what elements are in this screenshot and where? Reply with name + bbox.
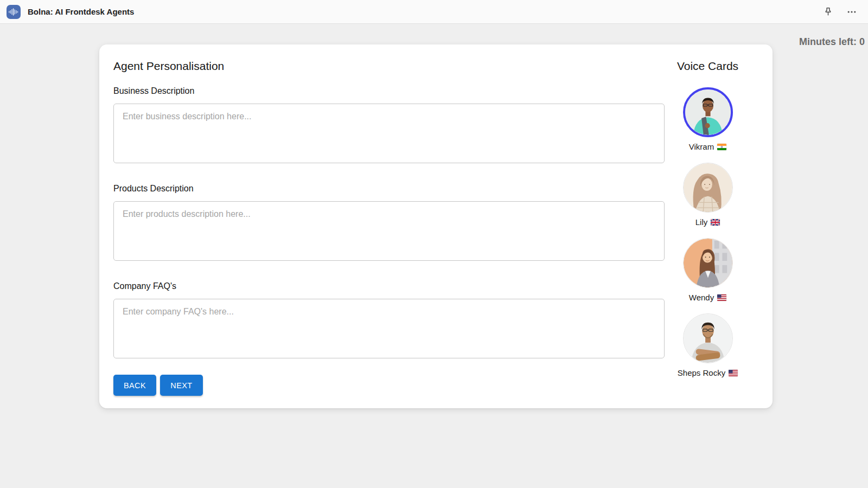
form-column: Agent Personalisation Business Descripti… — [113, 57, 665, 395]
pin-icon[interactable] — [821, 4, 835, 19]
avatar-vikram — [683, 87, 733, 137]
waveform-logo-icon — [7, 5, 21, 19]
us-flag-icon — [729, 370, 738, 376]
voice-card-wendy[interactable]: Wendy — [683, 238, 733, 303]
voice-name-lily: Lily — [695, 217, 720, 227]
company-faqs-label: Company FAQ's — [113, 280, 665, 292]
form-actions: BACK NEXT — [113, 375, 665, 396]
us-flag-icon — [717, 294, 726, 301]
voice-card-vikram[interactable]: Vikram — [683, 87, 733, 152]
voice-cards-column: Voice Cards — [665, 57, 751, 395]
voice-name-sheps-rocky: Sheps Rocky — [678, 368, 738, 378]
business-description-textarea[interactable] — [113, 104, 665, 163]
page-title: Agent Personalisation — [113, 57, 665, 74]
business-description-label: Business Description — [113, 85, 665, 97]
products-description-textarea[interactable] — [113, 201, 665, 261]
app-title: Bolna: AI Frontdesk Agents — [28, 7, 134, 16]
products-description-label: Products Description — [113, 183, 665, 195]
voice-card-sheps-rocky[interactable]: Sheps Rocky — [678, 313, 738, 378]
avatar-lily — [683, 163, 733, 213]
india-flag-icon — [717, 144, 726, 150]
next-button[interactable]: NEXT — [160, 375, 203, 396]
agent-personalisation-card: Agent Personalisation Business Descripti… — [99, 44, 773, 408]
avatar-wendy — [683, 238, 733, 288]
back-button[interactable]: BACK — [113, 375, 156, 396]
voice-cards-title: Voice Cards — [677, 57, 738, 74]
top-bar: Bolna: AI Frontdesk Agents — [0, 0, 868, 24]
minutes-left-status: Minutes left: 0 — [799, 36, 865, 48]
voice-name-wendy: Wendy — [689, 292, 726, 303]
uk-flag-icon — [711, 219, 720, 226]
company-faqs-textarea[interactable] — [113, 299, 665, 358]
avatar-sheps-rocky — [683, 313, 733, 363]
voice-name-vikram: Vikram — [689, 142, 726, 152]
voice-card-lily[interactable]: Lily — [683, 163, 733, 227]
ellipsis-icon[interactable] — [844, 4, 859, 20]
